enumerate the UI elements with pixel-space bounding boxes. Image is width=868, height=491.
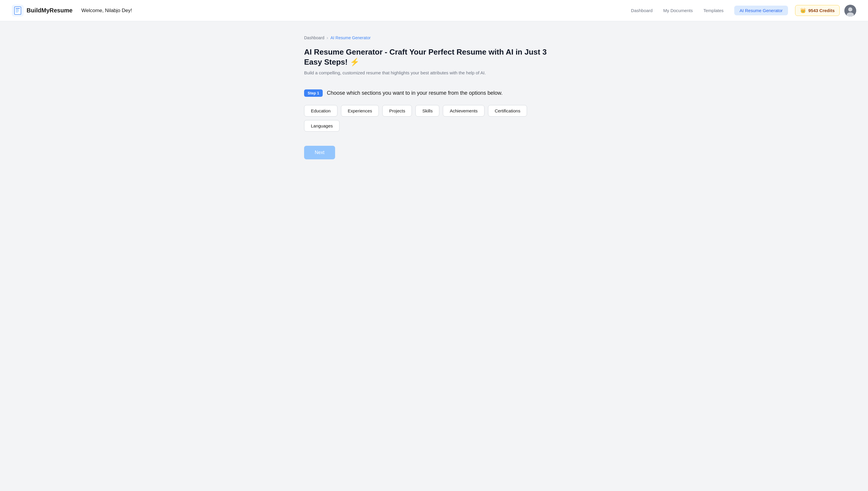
section-tags: Education Experiences Projects Skills Ac… bbox=[304, 105, 564, 132]
credits-label: 9543 Credits bbox=[808, 8, 835, 13]
nav-my-documents[interactable]: My Documents bbox=[663, 8, 693, 13]
breadcrumb-current: AI Resume Generator bbox=[330, 35, 370, 40]
main-content: Dashboard › AI Resume Generator AI Resum… bbox=[292, 21, 576, 173]
svg-rect-2 bbox=[16, 8, 20, 9]
page-title: AI Resume Generator - Craft Your Perfect… bbox=[304, 47, 564, 67]
step-badge: Step 1 bbox=[304, 89, 323, 97]
step-header: Step 1 Choose which sections you want to… bbox=[304, 89, 564, 97]
page-subtitle: Build a compelling, customized resume th… bbox=[304, 70, 564, 75]
breadcrumb-separator: › bbox=[327, 35, 328, 40]
avatar-image bbox=[844, 5, 856, 17]
breadcrumb: Dashboard › AI Resume Generator bbox=[304, 35, 564, 40]
tag-achievements[interactable]: Achievements bbox=[443, 105, 484, 117]
avatar[interactable] bbox=[844, 5, 856, 17]
brand-name: BuildMyResume bbox=[27, 7, 73, 14]
svg-rect-5 bbox=[16, 12, 18, 12]
tag-projects[interactable]: Projects bbox=[382, 105, 412, 117]
nav-templates[interactable]: Templates bbox=[704, 8, 724, 13]
tag-experiences[interactable]: Experiences bbox=[341, 105, 379, 117]
svg-rect-4 bbox=[16, 11, 19, 11]
next-button[interactable]: Next bbox=[304, 146, 335, 159]
tag-certifications[interactable]: Certifications bbox=[488, 105, 527, 117]
nav-links: Dashboard My Documents Templates AI Resu… bbox=[631, 6, 788, 16]
step-description: Choose which sections you want to in you… bbox=[327, 90, 503, 96]
tag-education[interactable]: Education bbox=[304, 105, 337, 117]
crown-icon: 👑 bbox=[800, 8, 806, 13]
tag-skills[interactable]: Skills bbox=[415, 105, 439, 117]
brand-logo[interactable]: BuildMyResume bbox=[12, 5, 73, 17]
navbar: BuildMyResume Welcome, Nilabjo Dey! Dash… bbox=[0, 0, 868, 21]
brand-icon bbox=[12, 5, 24, 17]
breadcrumb-home[interactable]: Dashboard bbox=[304, 35, 325, 40]
credits-badge[interactable]: 👑 9543 Credits bbox=[795, 5, 840, 16]
nav-ai-resume-generator[interactable]: AI Resume Generator bbox=[734, 6, 788, 16]
tag-languages[interactable]: Languages bbox=[304, 120, 339, 132]
svg-point-7 bbox=[848, 7, 852, 11]
svg-rect-3 bbox=[16, 9, 19, 10]
nav-dashboard[interactable]: Dashboard bbox=[631, 8, 652, 13]
welcome-text: Welcome, Nilabjo Dey! bbox=[82, 8, 132, 13]
